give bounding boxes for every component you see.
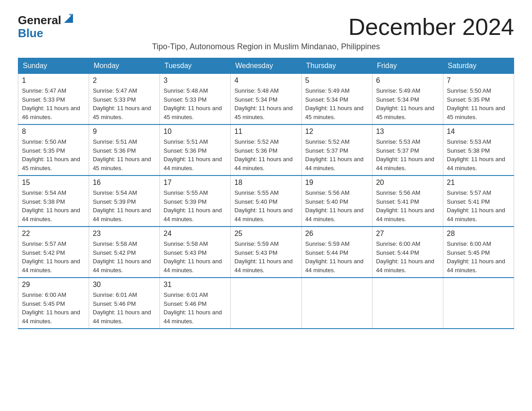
day-info: Sunrise: 5:59 AMSunset: 5:44 PMDaylight:… <box>305 240 369 274</box>
day-info: Sunrise: 5:48 AMSunset: 5:33 PMDaylight:… <box>163 86 227 121</box>
calendar-cell: 15 Sunrise: 5:54 AMSunset: 5:38 PMDaylig… <box>18 176 89 227</box>
calendar-cell: 28 Sunrise: 6:00 AMSunset: 5:45 PMDaylig… <box>443 227 514 278</box>
day-info: Sunrise: 6:00 AMSunset: 5:45 PMDaylight:… <box>22 291 85 325</box>
day-info: Sunrise: 5:47 AMSunset: 5:33 PMDaylight:… <box>93 86 156 121</box>
day-info: Sunrise: 5:51 AMSunset: 5:36 PMDaylight:… <box>163 137 227 172</box>
logo-general-text: General <box>18 13 61 27</box>
day-number: 17 <box>163 179 227 187</box>
calendar-cell: 7 Sunrise: 5:50 AMSunset: 5:35 PMDayligh… <box>443 74 514 125</box>
day-number: 26 <box>305 230 369 238</box>
calendar-cell: 25 Sunrise: 5:59 AMSunset: 5:43 PMDaylig… <box>231 227 301 278</box>
day-number: 5 <box>305 77 369 85</box>
calendar-cell: 3 Sunrise: 5:48 AMSunset: 5:33 PMDayligh… <box>160 74 231 125</box>
page-title: December 2024 <box>348 13 514 40</box>
day-number: 8 <box>22 128 85 136</box>
calendar-week-row: 15 Sunrise: 5:54 AMSunset: 5:38 PMDaylig… <box>18 176 514 227</box>
day-number: 18 <box>234 179 297 187</box>
day-number: 1 <box>22 77 85 85</box>
calendar-cell: 4 Sunrise: 5:48 AMSunset: 5:34 PMDayligh… <box>231 74 301 125</box>
calendar-cell: 31 Sunrise: 6:01 AMSunset: 5:46 PMDaylig… <box>160 278 231 329</box>
day-number: 3 <box>163 77 227 85</box>
calendar-cell <box>231 278 301 329</box>
calendar-cell: 20 Sunrise: 5:56 AMSunset: 5:41 PMDaylig… <box>372 176 443 227</box>
day-info: Sunrise: 5:52 AMSunset: 5:36 PMDaylight:… <box>234 137 297 172</box>
calendar-cell: 24 Sunrise: 5:58 AMSunset: 5:43 PMDaylig… <box>160 227 231 278</box>
calendar-header-wednesday: Wednesday <box>231 58 301 74</box>
calendar-cell: 11 Sunrise: 5:52 AMSunset: 5:36 PMDaylig… <box>231 124 301 176</box>
day-number: 10 <box>163 128 227 136</box>
day-number: 13 <box>376 128 439 136</box>
day-number: 12 <box>305 128 369 136</box>
page-subtitle: Tipo-Tipo, Autonomous Region in Muslim M… <box>18 42 514 51</box>
day-number: 11 <box>234 128 297 136</box>
day-info: Sunrise: 5:52 AMSunset: 5:37 PMDaylight:… <box>305 137 369 172</box>
day-info: Sunrise: 6:00 AMSunset: 5:44 PMDaylight:… <box>376 240 439 274</box>
day-info: Sunrise: 5:56 AMSunset: 5:41 PMDaylight:… <box>376 188 439 223</box>
calendar-header-tuesday: Tuesday <box>160 58 231 74</box>
day-info: Sunrise: 5:56 AMSunset: 5:40 PMDaylight:… <box>305 188 369 223</box>
calendar-week-row: 22 Sunrise: 5:57 AMSunset: 5:42 PMDaylig… <box>18 227 514 278</box>
day-info: Sunrise: 6:01 AMSunset: 5:46 PMDaylight:… <box>93 291 156 325</box>
day-number: 6 <box>376 77 439 85</box>
calendar-header-friday: Friday <box>372 58 443 74</box>
calendar-cell: 23 Sunrise: 5:58 AMSunset: 5:42 PMDaylig… <box>89 227 160 278</box>
day-number: 16 <box>93 179 156 187</box>
calendar-cell <box>372 278 443 329</box>
day-info: Sunrise: 5:49 AMSunset: 5:34 PMDaylight:… <box>305 86 369 121</box>
calendar-cell <box>443 278 514 329</box>
calendar-cell: 2 Sunrise: 5:47 AMSunset: 5:33 PMDayligh… <box>89 74 160 125</box>
day-number: 14 <box>447 128 510 136</box>
logo-triangle-icon <box>62 12 75 25</box>
logo: General Blue <box>18 13 75 39</box>
calendar-header-monday: Monday <box>89 58 160 74</box>
calendar-cell: 22 Sunrise: 5:57 AMSunset: 5:42 PMDaylig… <box>18 227 89 278</box>
calendar-cell <box>301 278 372 329</box>
calendar-cell: 6 Sunrise: 5:49 AMSunset: 5:34 PMDayligh… <box>372 74 443 125</box>
day-number: 29 <box>22 281 85 289</box>
calendar-week-row: 29 Sunrise: 6:00 AMSunset: 5:45 PMDaylig… <box>18 278 514 329</box>
calendar-week-row: 1 Sunrise: 5:47 AMSunset: 5:33 PMDayligh… <box>18 74 514 125</box>
day-info: Sunrise: 5:59 AMSunset: 5:43 PMDaylight:… <box>234 240 297 274</box>
day-number: 25 <box>234 230 297 238</box>
calendar-cell: 1 Sunrise: 5:47 AMSunset: 5:33 PMDayligh… <box>18 74 89 125</box>
day-info: Sunrise: 6:01 AMSunset: 5:46 PMDaylight:… <box>163 291 227 325</box>
calendar-table: SundayMondayTuesdayWednesdayThursdayFrid… <box>18 58 514 329</box>
calendar-cell: 17 Sunrise: 5:55 AMSunset: 5:39 PMDaylig… <box>160 176 231 227</box>
day-info: Sunrise: 5:53 AMSunset: 5:38 PMDaylight:… <box>447 137 510 172</box>
day-info: Sunrise: 5:54 AMSunset: 5:39 PMDaylight:… <box>93 188 156 223</box>
calendar-cell: 30 Sunrise: 6:01 AMSunset: 5:46 PMDaylig… <box>89 278 160 329</box>
day-info: Sunrise: 5:58 AMSunset: 5:43 PMDaylight:… <box>163 240 227 274</box>
logo-blue-text: Blue <box>18 27 43 39</box>
day-info: Sunrise: 5:50 AMSunset: 5:35 PMDaylight:… <box>22 137 85 172</box>
day-info: Sunrise: 5:57 AMSunset: 5:41 PMDaylight:… <box>447 188 510 223</box>
day-info: Sunrise: 5:57 AMSunset: 5:42 PMDaylight:… <box>22 240 85 274</box>
calendar-cell: 14 Sunrise: 5:53 AMSunset: 5:38 PMDaylig… <box>443 124 514 176</box>
calendar-cell: 29 Sunrise: 6:00 AMSunset: 5:45 PMDaylig… <box>18 278 89 329</box>
day-number: 2 <box>93 77 156 85</box>
day-number: 9 <box>93 128 156 136</box>
calendar-header-thursday: Thursday <box>301 58 372 74</box>
day-number: 19 <box>305 179 369 187</box>
calendar-header-saturday: Saturday <box>443 58 514 74</box>
calendar-cell: 8 Sunrise: 5:50 AMSunset: 5:35 PMDayligh… <box>18 124 89 176</box>
calendar-cell: 19 Sunrise: 5:56 AMSunset: 5:40 PMDaylig… <box>301 176 372 227</box>
day-info: Sunrise: 5:55 AMSunset: 5:40 PMDaylight:… <box>234 188 297 223</box>
calendar-cell: 21 Sunrise: 5:57 AMSunset: 5:41 PMDaylig… <box>443 176 514 227</box>
calendar-cell: 16 Sunrise: 5:54 AMSunset: 5:39 PMDaylig… <box>89 176 160 227</box>
day-info: Sunrise: 5:50 AMSunset: 5:35 PMDaylight:… <box>447 86 510 121</box>
day-number: 28 <box>447 230 510 238</box>
day-info: Sunrise: 5:58 AMSunset: 5:42 PMDaylight:… <box>93 240 156 274</box>
calendar-cell: 10 Sunrise: 5:51 AMSunset: 5:36 PMDaylig… <box>160 124 231 176</box>
calendar-cell: 27 Sunrise: 6:00 AMSunset: 5:44 PMDaylig… <box>372 227 443 278</box>
day-info: Sunrise: 5:53 AMSunset: 5:37 PMDaylight:… <box>376 137 439 172</box>
calendar-cell: 13 Sunrise: 5:53 AMSunset: 5:37 PMDaylig… <box>372 124 443 176</box>
calendar-cell: 26 Sunrise: 5:59 AMSunset: 5:44 PMDaylig… <box>301 227 372 278</box>
calendar-cell: 18 Sunrise: 5:55 AMSunset: 5:40 PMDaylig… <box>231 176 301 227</box>
day-info: Sunrise: 6:00 AMSunset: 5:45 PMDaylight:… <box>447 240 510 274</box>
calendar-week-row: 8 Sunrise: 5:50 AMSunset: 5:35 PMDayligh… <box>18 124 514 176</box>
day-number: 30 <box>93 281 156 289</box>
day-info: Sunrise: 5:55 AMSunset: 5:39 PMDaylight:… <box>163 188 227 223</box>
day-info: Sunrise: 5:47 AMSunset: 5:33 PMDaylight:… <box>22 86 85 121</box>
day-info: Sunrise: 5:51 AMSunset: 5:36 PMDaylight:… <box>93 137 156 172</box>
day-info: Sunrise: 5:48 AMSunset: 5:34 PMDaylight:… <box>234 86 297 121</box>
